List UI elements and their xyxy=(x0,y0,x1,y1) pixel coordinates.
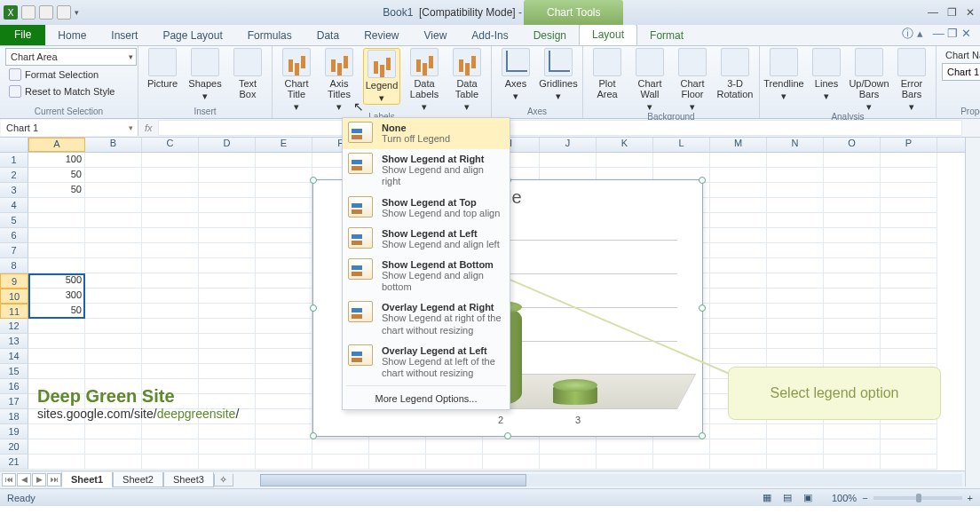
chart-floor-button[interactable]: Chart Floor▾ xyxy=(674,48,711,112)
cell-P4[interactable] xyxy=(881,198,937,213)
cell-O8[interactable] xyxy=(824,258,881,273)
new-sheet-button[interactable]: ✧ xyxy=(214,474,233,486)
row-header-14[interactable]: 14 xyxy=(0,349,28,364)
chart-element-combo[interactable]: Chart Area xyxy=(5,48,137,66)
cell-M6[interactable] xyxy=(710,228,767,243)
cell-P7[interactable] xyxy=(881,243,937,258)
cell-E15[interactable] xyxy=(256,364,312,379)
cell-I20[interactable] xyxy=(483,439,540,455)
cell-N3[interactable] xyxy=(767,183,824,198)
cell-C12[interactable] xyxy=(142,319,199,334)
tab-design[interactable]: Design xyxy=(521,26,579,45)
cell-B2[interactable] xyxy=(85,168,142,183)
cell-C13[interactable] xyxy=(142,334,199,349)
cell-D9[interactable] xyxy=(199,273,256,289)
cell-O19[interactable] xyxy=(824,424,881,439)
cell-M1[interactable] xyxy=(710,153,767,168)
legend-option-3[interactable]: Show Legend at LeftShow Legend and align… xyxy=(343,224,510,255)
cell-C2[interactable] xyxy=(142,168,199,183)
column-header-N[interactable]: N xyxy=(767,138,824,152)
cell-K21[interactable] xyxy=(597,455,653,470)
cell-P13[interactable] xyxy=(881,334,937,349)
cell-P3[interactable] xyxy=(881,183,937,198)
cell-A3[interactable]: 50 xyxy=(28,183,85,198)
cell-M9[interactable] xyxy=(710,273,767,289)
cell-E18[interactable] xyxy=(256,409,312,424)
cell-M11[interactable] xyxy=(710,304,767,319)
cell-C6[interactable] xyxy=(142,228,199,243)
cell-E8[interactable] xyxy=(256,258,312,273)
cell-A11[interactable]: 50 xyxy=(28,304,85,319)
chart-title-button[interactable]: Chart Title▾ xyxy=(278,48,315,112)
plot-area-button[interactable]: Plot Area xyxy=(589,48,626,99)
sheet-tab-2[interactable]: Sheet2 xyxy=(113,472,163,487)
cell-C5[interactable] xyxy=(142,213,199,228)
cell-O6[interactable] xyxy=(824,228,881,243)
cell-A4[interactable] xyxy=(28,198,85,213)
cell-D6[interactable] xyxy=(199,228,256,243)
cell-A9[interactable]: 500 xyxy=(28,273,85,289)
tab-page-layout[interactable]: Page Layout xyxy=(150,26,234,45)
cell-B1[interactable] xyxy=(85,153,142,168)
row-header-21[interactable]: 21 xyxy=(0,455,28,470)
column-header-O[interactable]: O xyxy=(824,138,881,152)
row-header-17[interactable]: 17 xyxy=(0,394,28,409)
cell-B21[interactable] xyxy=(85,455,142,470)
cell-M8[interactable] xyxy=(710,258,767,273)
cell-B9[interactable] xyxy=(85,273,142,289)
tab-addins[interactable]: Add-Ins xyxy=(459,26,520,45)
cell-N19[interactable] xyxy=(767,424,824,439)
cell-B8[interactable] xyxy=(85,258,142,273)
cell-E2[interactable] xyxy=(256,168,312,183)
formula-input[interactable] xyxy=(158,120,962,136)
row-header-12[interactable]: 12 xyxy=(0,319,28,334)
cell-N14[interactable] xyxy=(767,349,824,364)
cell-E7[interactable] xyxy=(256,243,312,258)
cell-O2[interactable] xyxy=(824,168,881,183)
cell-A10[interactable]: 300 xyxy=(28,289,85,304)
legend-option-0[interactable]: NoneTurn off Legend xyxy=(343,118,510,149)
cell-L1[interactable] xyxy=(653,153,710,168)
cell-D3[interactable] xyxy=(199,183,256,198)
row-header-10[interactable]: 10 xyxy=(0,289,28,304)
cell-D8[interactable] xyxy=(199,258,256,273)
undo-button[interactable] xyxy=(39,5,53,20)
legend-option-1[interactable]: Show Legend at RightShow Legend and alig… xyxy=(343,149,510,192)
close-button[interactable]: ✕ xyxy=(966,6,975,19)
cell-P19[interactable] xyxy=(881,424,937,439)
cell-O21[interactable] xyxy=(824,455,881,470)
cell-F20[interactable] xyxy=(312,439,369,455)
reset-match-style-button[interactable]: Reset to Match Style xyxy=(5,83,137,99)
lines-button[interactable]: Lines▾ xyxy=(808,48,845,101)
cell-M13[interactable] xyxy=(710,334,767,349)
redo-button[interactable] xyxy=(57,5,71,20)
cell-O9[interactable] xyxy=(824,273,881,289)
zoom-out-button[interactable]: − xyxy=(862,493,867,503)
cell-B19[interactable] xyxy=(85,424,142,439)
cell-E3[interactable] xyxy=(256,183,312,198)
cell-E19[interactable] xyxy=(256,424,312,439)
data-table-button[interactable]: Data Table▾ xyxy=(448,48,486,112)
chart-wall-button[interactable]: Chart Wall▾ xyxy=(631,48,668,112)
save-button[interactable] xyxy=(21,5,36,20)
cell-O14[interactable] xyxy=(824,349,881,364)
sheet-tab-3[interactable]: Sheet3 xyxy=(163,472,214,487)
gridlines-button[interactable]: Gridlines▾ xyxy=(540,48,577,101)
cell-J1[interactable] xyxy=(540,153,597,168)
cell-N8[interactable] xyxy=(767,258,824,273)
view-normal-button[interactable]: ▦ xyxy=(763,492,780,504)
cell-E4[interactable] xyxy=(256,198,312,213)
cell-N4[interactable] xyxy=(767,198,824,213)
cell-N11[interactable] xyxy=(767,304,824,319)
horizontal-scrollbar[interactable] xyxy=(260,474,962,486)
row-header-5[interactable]: 5 xyxy=(0,213,28,228)
cell-A13[interactable] xyxy=(28,334,85,349)
cell-D12[interactable] xyxy=(199,319,256,334)
cell-I21[interactable] xyxy=(483,455,540,470)
cell-D11[interactable] xyxy=(199,304,256,319)
chart-bar-3[interactable] xyxy=(553,385,597,405)
cell-D5[interactable] xyxy=(199,213,256,228)
cell-N5[interactable] xyxy=(767,213,824,228)
name-box[interactable]: Chart 1 xyxy=(1,120,138,136)
row-header-8[interactable]: 8 xyxy=(0,258,28,273)
